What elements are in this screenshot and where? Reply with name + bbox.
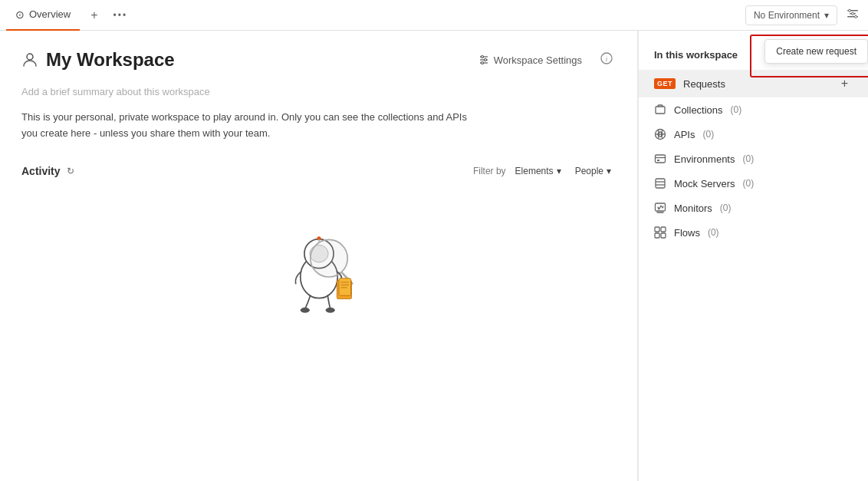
apis-icon (654, 128, 666, 140)
get-badge: GET (654, 78, 676, 89)
svg-rect-29 (656, 107, 665, 114)
activity-title: Activity (21, 165, 61, 177)
mock-servers-label: Mock Servers (674, 178, 735, 189)
info-button[interactable]: i (597, 49, 616, 71)
environments-item-left: Environments (0) (654, 153, 754, 165)
svg-rect-42 (655, 233, 659, 238)
workspace-settings-label: Workspace Settings (494, 54, 582, 66)
workspace-header: My Workspace Workspace Settings (21, 49, 616, 71)
svg-point-25 (300, 307, 309, 312)
sidebar-item-flows[interactable]: Flows (0) (639, 220, 868, 245)
sidebar-item-environments[interactable]: Environments (0) (639, 147, 868, 171)
collections-icon (654, 104, 666, 116)
svg-point-6 (27, 54, 33, 60)
monitors-icon (654, 202, 666, 214)
flows-item-left: Flows (0) (654, 226, 719, 239)
mock-servers-item-left: Mock Servers (0) (654, 177, 754, 189)
svg-point-5 (855, 15, 857, 18)
environments-count: (0) (742, 153, 754, 164)
empty-state-illustration (21, 194, 616, 340)
elements-filter-button[interactable]: Elements ▾ (511, 163, 566, 179)
flows-label: Flows (674, 227, 700, 239)
environment-selector[interactable]: No Environment ▾ (745, 5, 837, 25)
person-icon (21, 51, 38, 68)
env-chevron-icon: ▾ (824, 10, 829, 21)
svg-rect-21 (339, 278, 351, 295)
svg-rect-41 (661, 227, 666, 232)
elements-label: Elements (515, 166, 554, 176)
left-panel: My Workspace Workspace Settings (0, 31, 638, 481)
svg-rect-33 (656, 155, 666, 163)
svg-rect-40 (655, 227, 659, 232)
astronaut-svg (269, 217, 369, 317)
people-label: People (575, 166, 603, 176)
mock-servers-count: (0) (742, 178, 754, 189)
svg-point-10 (484, 59, 486, 61)
svg-point-26 (325, 307, 334, 312)
people-chevron-icon: ▾ (607, 166, 611, 176)
activity-header: Activity ↻ Filter by Elements ▾ People ▾ (21, 163, 616, 179)
people-filter-button[interactable]: People ▾ (570, 163, 616, 179)
workspace-description: This is your personal, private workspace… (21, 110, 482, 142)
requests-item-left: GET Requests (654, 78, 725, 90)
svg-rect-43 (661, 233, 666, 238)
monitors-item-left: Monitors (0) (654, 202, 732, 214)
svg-point-18 (310, 239, 347, 277)
apis-label: APIs (674, 129, 695, 140)
sidebar-item-collections[interactable]: Collections (0) (639, 97, 868, 122)
workspace-title-area: My Workspace (21, 49, 175, 71)
create-tooltip-label: Create new request (776, 46, 856, 57)
sidebar-item-requests[interactable]: GET Requests + (639, 70, 868, 97)
workspace-title: My Workspace (46, 49, 175, 71)
collections-count: (0) (731, 104, 742, 115)
workspace-settings-button[interactable]: Workspace Settings (472, 51, 588, 69)
main-content: My Workspace Workspace Settings (0, 31, 868, 481)
requests-label: Requests (683, 78, 725, 90)
overview-tab[interactable]: ⊙ Overview (6, 0, 80, 31)
flows-count: (0) (708, 227, 719, 238)
add-tab-button[interactable]: + (86, 5, 102, 25)
monitors-count: (0) (720, 203, 732, 213)
overview-icon: ⊙ (15, 8, 25, 21)
top-bar-right: No Environment ▾ (745, 5, 862, 25)
svg-point-12 (481, 62, 483, 64)
svg-text:i: i (606, 55, 608, 63)
sidebar-item-mock-servers[interactable]: Mock Servers (0) (639, 171, 868, 196)
activity-title-area: Activity ↻ (21, 165, 74, 177)
sidebar-item-apis[interactable]: APIs (0) (639, 122, 868, 147)
mock-servers-icon (654, 177, 666, 189)
apis-item-left: APIs (0) (654, 128, 714, 140)
top-bar: ⊙ Overview + ••• No Environment ▾ (0, 0, 868, 31)
activity-section: Activity ↻ Filter by Elements ▾ People ▾ (21, 163, 616, 340)
top-settings-button[interactable] (843, 5, 862, 25)
svg-point-4 (852, 12, 854, 15)
env-label: No Environment (754, 10, 820, 21)
sidebar-item-monitors[interactable]: Monitors (0) (639, 196, 868, 220)
add-request-button[interactable]: + (837, 76, 853, 91)
overview-tab-label: Overview (29, 8, 71, 20)
workspace-actions: Workspace Settings i (472, 49, 616, 71)
collections-item-left: Collections (0) (654, 104, 741, 116)
flows-icon (654, 226, 666, 239)
more-tabs-button[interactable]: ••• (109, 7, 133, 24)
create-new-request-tooltip: Create new request (764, 39, 868, 64)
filter-by-label: Filter by (473, 166, 506, 176)
collections-label: Collections (674, 104, 723, 116)
environments-label: Environments (674, 153, 735, 165)
svg-rect-35 (657, 160, 659, 161)
settings-sliders-icon (478, 54, 489, 65)
refresh-activity-button[interactable]: ↻ (67, 166, 74, 176)
summary-placeholder[interactable]: Add a brief summary about this workspace (21, 86, 616, 97)
svg-point-8 (481, 56, 483, 58)
svg-point-3 (849, 9, 851, 12)
environments-icon (654, 153, 666, 165)
right-panel: In this workspace Create new request GET… (638, 31, 868, 481)
requests-row-wrapper: Create new request GET Requests + (639, 70, 868, 97)
tab-area: ⊙ Overview + ••• (6, 0, 745, 31)
svg-rect-36 (656, 179, 665, 188)
apis-count: (0) (702, 129, 714, 140)
monitors-label: Monitors (674, 203, 712, 214)
filter-area: Filter by Elements ▾ People ▾ (473, 163, 616, 179)
elements-chevron-icon: ▾ (557, 166, 561, 176)
